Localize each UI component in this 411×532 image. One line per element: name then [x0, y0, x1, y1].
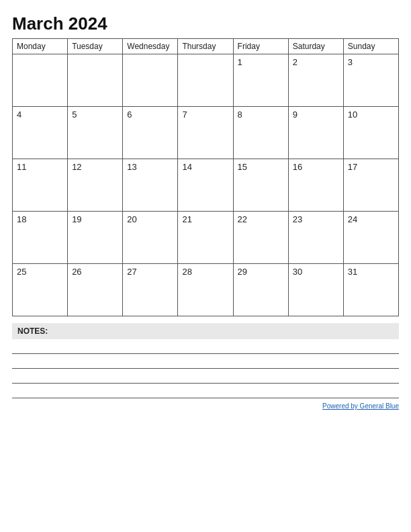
- calendar-cell: 6: [123, 107, 178, 159]
- calendar-cell: 3: [343, 54, 398, 107]
- calendar-cell: 14: [178, 159, 233, 212]
- calendar-week-5: 25262728293031: [13, 264, 399, 316]
- powered-by: Powered by General Blue: [12, 402, 399, 410]
- calendar-cell: 30: [288, 264, 343, 316]
- calendar-cell: 12: [68, 159, 123, 212]
- calendar-week-4: 18192021222324: [13, 212, 399, 264]
- day-header-monday: Monday: [13, 39, 68, 54]
- calendar-week-1: 123: [13, 54, 399, 107]
- calendar-cell: [178, 54, 233, 107]
- calendar-cell: 17: [343, 159, 398, 212]
- notes-line-3: [12, 369, 399, 384]
- days-header: MondayTuesdayWednesdayThursdayFridaySatu…: [13, 39, 399, 54]
- calendar-cell: 11: [13, 159, 68, 212]
- calendar-cell: 22: [233, 212, 288, 264]
- calendar-cell: 10: [343, 107, 398, 159]
- calendar-cell: 28: [178, 264, 233, 316]
- notes-section: NOTES:: [12, 323, 399, 398]
- notes-label: NOTES:: [12, 323, 399, 339]
- calendar-body: 1234567891011121314151617181920212223242…: [13, 54, 399, 316]
- calendar-cell: 18: [13, 212, 68, 264]
- calendar-week-2: 45678910: [13, 107, 399, 159]
- calendar-cell: 29: [233, 264, 288, 316]
- calendar-cell: 25: [13, 264, 68, 316]
- calendar-cell: [68, 54, 123, 107]
- calendar-cell: 15: [233, 159, 288, 212]
- notes-line-4: [12, 384, 399, 398]
- calendar-cell: 1: [233, 54, 288, 107]
- calendar-week-3: 11121314151617: [13, 159, 399, 212]
- calendar-cell: 16: [288, 159, 343, 212]
- calendar-cell: 5: [68, 107, 123, 159]
- calendar-cell: 20: [123, 212, 178, 264]
- calendar-cell: 8: [233, 107, 288, 159]
- calendar-title: March 2024: [12, 13, 399, 34]
- calendar-cell: 27: [123, 264, 178, 316]
- day-header-tuesday: Tuesday: [68, 39, 123, 54]
- calendar-cell: 24: [343, 212, 398, 264]
- calendar-cell: 19: [68, 212, 123, 264]
- day-header-friday: Friday: [233, 39, 288, 54]
- calendar-cell: 7: [178, 107, 233, 159]
- calendar-cell: 21: [178, 212, 233, 264]
- calendar-cell: 9: [288, 107, 343, 159]
- calendar-cell: 4: [13, 107, 68, 159]
- calendar-cell: 23: [288, 212, 343, 264]
- calendar-table: MondayTuesdayWednesdayThursdayFridaySatu…: [12, 38, 399, 316]
- notes-line-2: [12, 354, 399, 369]
- powered-by-link[interactable]: Powered by General Blue: [322, 402, 399, 410]
- calendar-cell: 26: [68, 264, 123, 316]
- day-header-thursday: Thursday: [178, 39, 233, 54]
- calendar-cell: [123, 54, 178, 107]
- day-header-sunday: Sunday: [343, 39, 398, 54]
- notes-line-1: [12, 339, 399, 354]
- calendar-cell: 13: [123, 159, 178, 212]
- calendar-cell: 2: [288, 54, 343, 107]
- day-header-saturday: Saturday: [288, 39, 343, 54]
- calendar-cell: 31: [343, 264, 398, 316]
- calendar-cell: [13, 54, 68, 107]
- day-header-wednesday: Wednesday: [123, 39, 178, 54]
